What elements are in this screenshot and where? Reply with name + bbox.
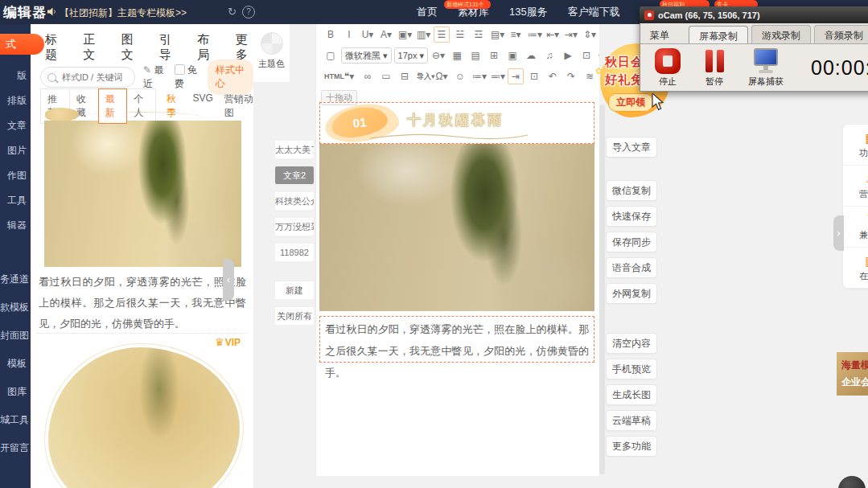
redo-icon[interactable]: ↷ [563, 68, 579, 84]
letter-spacing-icon[interactable]: ⇕▾ [582, 27, 598, 43]
quote-icon[interactable]: ❝▾ [341, 68, 357, 84]
sidebar-item[interactable]: 模板 [0, 350, 31, 378]
checkbox-icon[interactable] [175, 64, 185, 75]
document-tab[interactable]: 科技类公众 [275, 192, 314, 210]
unordered-list-icon[interactable]: ≕▾ [489, 68, 505, 84]
action-button[interactable]: 语音合成 [606, 257, 657, 278]
title-section[interactable]: 01 十月秋醒暮雨 [319, 102, 594, 144]
ocam-menu-button[interactable]: 菜单 [650, 29, 669, 43]
sidebar-item[interactable]: 辑器 [0, 213, 31, 238]
rail-item[interactable]: ▦ 功能导 [843, 125, 868, 166]
sidebar-item[interactable]: 文章 [0, 113, 31, 138]
font-family-select[interactable]: 微软雅黑 ▾ [341, 47, 392, 64]
list-icon[interactable]: ≔▾ [526, 27, 542, 43]
music-icon[interactable]: ♫ [541, 47, 557, 64]
sidebar-item[interactable]: 作图 [0, 163, 31, 188]
bg-color-icon[interactable]: ▣▾ [397, 27, 413, 43]
free-filter[interactable]: 免费 [175, 64, 200, 91]
document-tab[interactable]: 太太大美了 [275, 141, 314, 158]
action-button[interactable]: 生成长图 [606, 384, 657, 405]
sidebar-item[interactable]: 封面图 [0, 322, 31, 350]
document-tab[interactable]: 118982 [275, 244, 314, 261]
indent-first-icon[interactable]: ⇥ [508, 68, 524, 84]
cloud-icon[interactable]: ☁ [523, 47, 539, 64]
ordered-list-icon[interactable]: ≔▾ [471, 68, 487, 84]
member-banner[interactable]: 海量模 企业会 [837, 352, 868, 396]
rail-collapse-handle[interactable]: › [833, 215, 844, 251]
align-left-icon[interactable]: ☰ [434, 27, 450, 43]
action-button[interactable]: 保存同步 [606, 232, 657, 252]
sidebar-item[interactable]: 开留言 [0, 434, 31, 462]
outdent-icon[interactable]: ⇤▾ [545, 27, 561, 43]
preview-paragraph[interactable]: 看过秋日的夕阳，穿透薄雾的光芒，照在脸上的模样。那之后很久某一天，我无意中瞥见，… [39, 272, 246, 334]
article-image[interactable] [319, 144, 594, 311]
sidebar-item[interactable]: 排版 [0, 88, 31, 113]
nav-item[interactable]: 135服务 [509, 5, 548, 19]
line-spacing-icon[interactable]: ≡▾ [508, 27, 524, 43]
document-tab[interactable]: 文章2 [275, 166, 314, 184]
link-icon[interactable]: ∞ [360, 68, 376, 84]
sidebar-item[interactable]: 城工具 [0, 406, 31, 434]
indent-icon[interactable]: ⇥▾ [563, 27, 579, 43]
close-all-button[interactable]: 关闭所有 [275, 307, 314, 325]
font-color-icon[interactable]: A▾ [378, 27, 394, 43]
action-button[interactable]: 云端草稿 [606, 410, 657, 431]
print-icon[interactable]: ⊡ [578, 47, 594, 64]
italic-icon[interactable]: I [341, 27, 357, 43]
style-tab[interactable]: 引导 [159, 32, 177, 63]
floating-button-fragment[interactable] [838, 476, 866, 488]
action-button[interactable]: 外网复制 [606, 283, 657, 304]
style-tab[interactable]: 图文 [121, 32, 139, 63]
import-icon[interactable]: 导入▾ [415, 68, 431, 84]
screen-capture-button[interactable]: 屏幕捕获 [748, 48, 784, 88]
stop-button[interactable]: 停止 [655, 48, 681, 88]
action-button[interactable]: 清空内容 [606, 333, 657, 354]
pause-button[interactable]: 暂停 [701, 48, 727, 88]
refresh-icon[interactable]: ↻ [228, 6, 237, 18]
align-center-icon[interactable]: ☱ [452, 27, 468, 43]
rail-item[interactable]: ¥ 兼职接 [843, 207, 868, 248]
table-icon[interactable]: ▦ [449, 47, 465, 64]
style-tab[interactable]: 更多 [236, 32, 253, 63]
search-input[interactable] [60, 72, 128, 83]
sidebar-item[interactable]: 图片 [0, 138, 31, 163]
sidebar-item[interactable]: 务通道 [0, 265, 31, 293]
style-tab[interactable]: 正文 [83, 32, 101, 63]
theme-color-box[interactable]: 主题色 [253, 24, 290, 82]
preview-blob-image[interactable] [48, 347, 240, 488]
panel-collapse-handle[interactable]: ‹ [223, 259, 234, 301]
help-icon[interactable]: ? [242, 6, 255, 18]
theme-color-icon[interactable] [261, 32, 283, 55]
action-button[interactable]: 快速保存 [606, 206, 657, 227]
sidebar-item[interactable]: 款模板 [0, 293, 31, 322]
filter-item[interactable]: 最新 [98, 88, 128, 124]
bold-icon[interactable]: B [323, 27, 339, 43]
align-right-icon[interactable]: ☲ [471, 27, 487, 43]
underline-icon[interactable]: U▾ [360, 27, 376, 43]
action-button[interactable]: 手机预览 [606, 359, 657, 379]
clipboard-icon[interactable]: ▭ [378, 68, 394, 84]
strikethrough-icon[interactable]: ⊖▾ [430, 47, 446, 64]
sidebar-item[interactable]: 图库 [0, 378, 31, 406]
tag-item[interactable]: 营销动图 [224, 92, 253, 120]
import-article-button[interactable]: 导入文章 [606, 137, 657, 158]
align-justify-icon[interactable]: ▤▾ [489, 27, 505, 43]
new-document-button[interactable]: 新建 [275, 281, 314, 299]
promo-claim-button[interactable]: 立即领 [608, 93, 653, 112]
style-tab[interactable]: 布局 [197, 32, 215, 63]
sidebar-item[interactable]: 工具 [0, 188, 31, 213]
sidebar-item[interactable]: 版 [0, 64, 31, 88]
format-brush-icon[interactable]: ▥▾ [415, 27, 431, 43]
nav-item[interactable]: 首页 [417, 5, 438, 19]
insert-doc-icon[interactable]: ⊞ [486, 47, 502, 64]
font-size-select[interactable]: 17px ▾ [394, 47, 428, 64]
nav-item[interactable]: 客户端下载 [568, 5, 620, 19]
document-tab[interactable]: 万万没想到 [275, 218, 314, 236]
sidebar-item-style[interactable]: 式 [0, 34, 44, 55]
hr-icon[interactable]: ⊟ [397, 68, 413, 84]
emoji-icon[interactable]: ☺ [452, 68, 468, 84]
document-title[interactable]: 【社团招新】主题专栏模板>> [60, 6, 187, 20]
action-button[interactable]: 更多功能 [606, 436, 657, 457]
html-icon[interactable]: HTML [323, 68, 339, 84]
layout-grid-icon[interactable]: ▤ [467, 47, 483, 64]
